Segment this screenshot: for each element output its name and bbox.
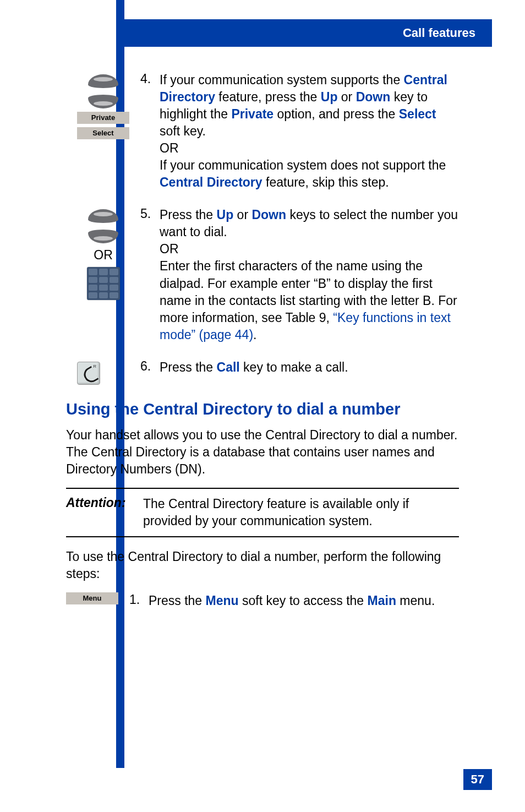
section-intro: Your handset allows you to use the Centr… (66, 427, 459, 478)
private-term: Private (231, 107, 274, 121)
select-term: Select (399, 107, 436, 121)
step-6: 6. Press the Call key to make a call. (66, 359, 459, 385)
private-softkey[interactable]: Private (77, 112, 129, 124)
step-1: Menu 1. Press the Menu soft key to acces… (66, 592, 459, 609)
up-key-term: Up (321, 90, 338, 104)
attention-box: Attention: The Central Directory feature… (66, 488, 459, 537)
step5-icons: OR (66, 206, 140, 300)
step1-number: 1. (129, 592, 149, 609)
menu-term: Menu (206, 593, 239, 608)
step4-icons: Private Select (66, 72, 140, 139)
header-bar: Call features (124, 19, 492, 47)
header-title: Call features (403, 26, 475, 40)
step4-body: If your communication system supports th… (160, 72, 459, 191)
or-label: OR (94, 248, 113, 263)
step5-number: 5. (140, 206, 160, 343)
main-term: Main (368, 593, 396, 608)
step6-number: 6. (140, 359, 160, 376)
step4-number: 4. (140, 72, 160, 191)
step5-body: Press the Up or Down keys to select the … (160, 206, 459, 343)
step6-icons (66, 359, 140, 385)
down-key-term: Down (356, 90, 391, 104)
section-heading: Using the Central Directory to dial a nu… (66, 400, 459, 418)
attention-text: The Central Directory feature is availab… (143, 495, 459, 530)
up-arrow-icon (88, 74, 118, 88)
lead-in-text: To use the Central Directory to dial a n… (66, 548, 459, 582)
step6-body: Press the Call key to make a call. (160, 359, 348, 376)
dialpad-icon (87, 267, 120, 300)
step-4: Private Select 4. If your communication … (66, 72, 459, 191)
down-arrow-icon (88, 230, 118, 243)
central-directory-term-2: Central Directory (160, 175, 262, 189)
step-5: OR 5. Press the Up or Down keys to selec… (66, 206, 459, 343)
menu-softkey[interactable]: Menu (66, 592, 118, 604)
call-key-icon (77, 362, 100, 385)
up-arrow-icon (88, 209, 118, 223)
page-content: Private Select 4. If your communication … (66, 72, 459, 609)
attention-label: Attention: (66, 495, 143, 530)
step1-body: Press the Menu soft key to access the Ma… (149, 592, 435, 609)
down-key-term: Down (251, 208, 286, 222)
page-number: 57 (463, 769, 492, 790)
up-key-term: Up (217, 208, 234, 222)
call-key-term: Call (217, 360, 240, 374)
select-softkey[interactable]: Select (77, 127, 129, 139)
down-arrow-icon (88, 95, 118, 108)
